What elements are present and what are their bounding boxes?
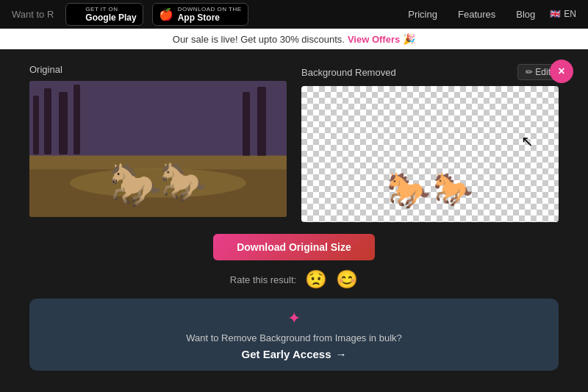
removed-panel: Background Removed ✏ Edit 🐎 🐎 bbox=[301, 64, 559, 222]
early-access-cta-text: Get Early Access bbox=[241, 348, 331, 360]
download-button[interactable]: Download Original Size bbox=[213, 234, 375, 260]
original-panel: Original bbox=[29, 64, 287, 222]
rating-section: Rate this result: 😟 😊 bbox=[29, 269, 559, 290]
close-button[interactable]: × bbox=[550, 60, 573, 83]
download-section: Download Original Size bbox=[29, 234, 559, 260]
lang-label: EN bbox=[564, 9, 576, 19]
svg-rect-3 bbox=[44, 88, 51, 154]
early-access-link[interactable]: Get Early Access → bbox=[241, 348, 346, 360]
nav-promo-text: Want to R bbox=[12, 9, 54, 20]
google-play-icon: ▶ bbox=[72, 7, 81, 21]
sad-rating[interactable]: 😟 bbox=[305, 269, 327, 290]
language-selector[interactable]: 🇬🇧 EN bbox=[550, 9, 576, 19]
app-store-subtitle: Download on the bbox=[178, 6, 242, 13]
original-horses: 🐎 🐎 bbox=[109, 160, 207, 210]
removed-label-text: Background Removed bbox=[301, 67, 396, 78]
svg-rect-4 bbox=[59, 92, 68, 154]
google-play-title: Google Play bbox=[85, 13, 136, 23]
svg-rect-2 bbox=[33, 96, 39, 154]
app-store-title: App Store bbox=[178, 13, 242, 23]
removed-label: Background Removed ✏ Edit bbox=[301, 64, 559, 80]
nav-features[interactable]: Features bbox=[452, 9, 501, 20]
promo-bar: Our sale is live! Get upto 30% discounts… bbox=[0, 29, 588, 49]
google-play-badge[interactable]: ▶ GET IT ON Google Play bbox=[65, 3, 143, 26]
early-access-banner: ✦ Want to Remove Background from Images … bbox=[29, 299, 559, 371]
promo-text: Our sale is live! Get upto 30% discounts… bbox=[173, 34, 345, 45]
svg-rect-6 bbox=[243, 92, 250, 158]
app-store-badge[interactable]: 🍎 Download on the App Store bbox=[152, 3, 248, 26]
google-play-text: GET IT ON Google Play bbox=[85, 6, 136, 23]
main-content: × ↖ Original bbox=[0, 49, 588, 392]
nav-blog[interactable]: Blog bbox=[510, 9, 541, 20]
horse-original-scene: 🐎 🐎 bbox=[29, 81, 287, 217]
apple-icon: 🍎 bbox=[159, 7, 173, 21]
google-play-subtitle: GET IT ON bbox=[85, 6, 136, 13]
panels-row: Original bbox=[29, 64, 559, 222]
original-image: 🐎 🐎 bbox=[29, 81, 287, 217]
nav-pricing[interactable]: Pricing bbox=[402, 9, 443, 20]
view-offers-link[interactable]: View Offers bbox=[348, 34, 400, 45]
flag-icon: 🇬🇧 bbox=[550, 9, 561, 19]
app-store-text: Download on the App Store bbox=[178, 6, 242, 23]
svg-rect-5 bbox=[74, 85, 80, 154]
early-access-arrow: → bbox=[336, 348, 347, 360]
original-label-text: Original bbox=[29, 64, 62, 75]
svg-rect-7 bbox=[257, 87, 266, 158]
rating-label: Rate this result: bbox=[230, 274, 296, 285]
removed-horses: 🐎 🐎 bbox=[387, 170, 473, 211]
top-nav: Want to R ▶ GET IT ON Google Play 🍎 Down… bbox=[0, 0, 588, 29]
happy-rating[interactable]: 😊 bbox=[336, 269, 358, 290]
removed-image: 🐎 🐎 bbox=[301, 86, 559, 222]
promo-emoji: 🎉 bbox=[403, 33, 415, 45]
banner-icon: ✦ bbox=[287, 309, 301, 328]
banner-text: Want to Remove Background from Images in… bbox=[186, 332, 402, 343]
original-label: Original bbox=[29, 64, 287, 75]
